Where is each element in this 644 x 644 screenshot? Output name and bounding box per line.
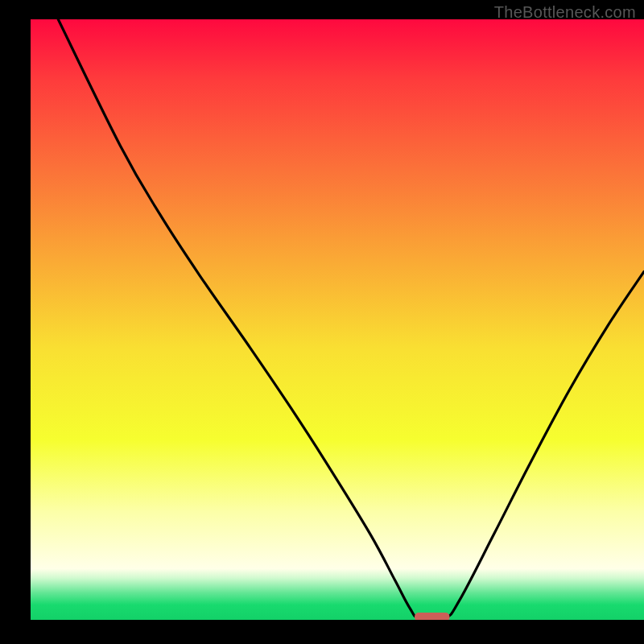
plot-background — [31, 19, 644, 620]
min-marker — [415, 613, 449, 621]
watermark-text: TheBottleneck.com — [494, 3, 636, 22]
chart-frame: TheBottleneck.com — [0, 0, 644, 644]
bottleneck-chart — [0, 0, 644, 644]
